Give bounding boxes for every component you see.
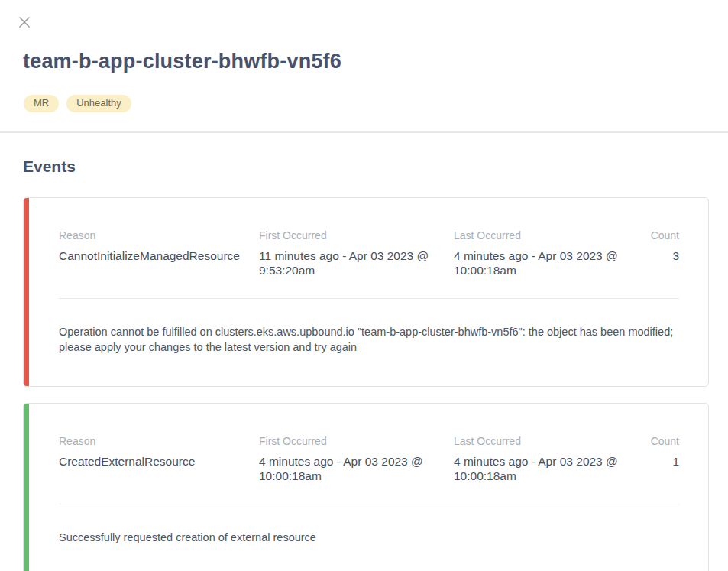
first-occurred-column-header: First Occurred bbox=[259, 435, 454, 447]
event-header-row: Reason CannotInitializeManagedResource F… bbox=[59, 229, 679, 278]
count-column-header: Count bbox=[649, 435, 679, 447]
event-card-divider bbox=[59, 504, 679, 504]
reason-column-header: Reason bbox=[59, 229, 259, 242]
kind-badge: MR bbox=[24, 95, 59, 112]
badge-row: MR Unhealthy bbox=[24, 95, 131, 112]
resource-title: team-b-app-cluster-bhwfb-vn5f6 bbox=[23, 50, 341, 73]
event-last-occurred: 4 minutes ago - Apr 03 2023 @ 10:00:18am bbox=[454, 248, 649, 278]
resource-detail-panel: team-b-app-cluster-bhwfb-vn5f6 MR Unheal… bbox=[0, 0, 728, 571]
event-first-occurred: 4 minutes ago - Apr 03 2023 @ 10:00:18am bbox=[259, 454, 454, 484]
event-card: Reason CreatedExternalResource First Occ… bbox=[23, 403, 709, 571]
reason-column-header: Reason bbox=[59, 435, 259, 447]
close-button[interactable] bbox=[18, 15, 31, 29]
last-occurred-column-header: Last Occurred bbox=[454, 229, 649, 242]
event-card-divider bbox=[59, 298, 679, 299]
event-count: 1 bbox=[649, 454, 679, 469]
event-status-strip bbox=[24, 404, 29, 571]
event-reason: CannotInitializeManagedResource bbox=[59, 248, 259, 263]
event-count: 3 bbox=[649, 248, 679, 263]
close-icon bbox=[18, 15, 31, 29]
event-last-occurred: 4 minutes ago - Apr 03 2023 @ 10:00:18am bbox=[454, 454, 649, 484]
event-status-strip bbox=[24, 198, 29, 386]
count-column-header: Count bbox=[649, 229, 679, 242]
event-reason: CreatedExternalResource bbox=[59, 454, 259, 469]
event-message: Successfully requested creation of exter… bbox=[59, 530, 678, 546]
event-message: Operation cannot be fulfilled on cluster… bbox=[59, 324, 678, 355]
event-card-list: Reason CannotInitializeManagedResource F… bbox=[23, 197, 709, 571]
health-status-badge: Unhealthy bbox=[66, 95, 131, 112]
event-card: Reason CannotInitializeManagedResource F… bbox=[23, 197, 709, 387]
last-occurred-column-header: Last Occurred bbox=[454, 435, 649, 447]
first-occurred-column-header: First Occurred bbox=[259, 229, 454, 242]
event-header-row: Reason CreatedExternalResource First Occ… bbox=[59, 435, 679, 484]
events-section-title: Events bbox=[23, 157, 76, 176]
event-first-occurred: 11 minutes ago - Apr 03 2023 @ 9:53:20am bbox=[259, 248, 454, 278]
header-divider bbox=[0, 131, 728, 133]
